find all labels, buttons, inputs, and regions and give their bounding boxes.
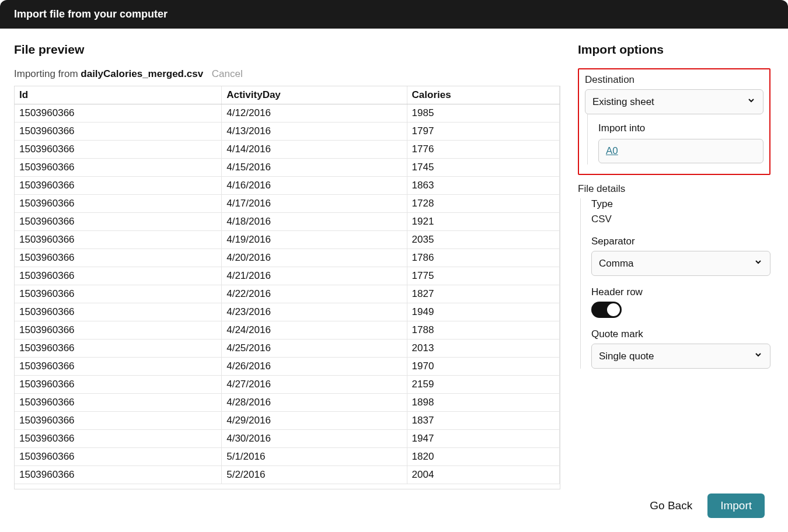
footer: Go Back Import (0, 480, 788, 532)
table-cell: 1503960366 (15, 104, 222, 123)
col-header: ActivityDay (222, 86, 407, 104)
table-row: 15039603664/13/20161797 (15, 123, 560, 141)
destination-label: Destination (585, 74, 763, 86)
importing-filename: dailyCalories_merged.csv (81, 68, 203, 79)
table-row: 15039603664/18/20161921 (15, 213, 560, 231)
table-cell: 1503960366 (15, 159, 222, 177)
table-cell: 1837 (407, 412, 559, 430)
import-into-input[interactable]: A0 (598, 139, 763, 163)
table-cell: 1820 (407, 448, 559, 466)
col-header: Id (15, 86, 222, 104)
table-cell: 1503960366 (15, 321, 222, 340)
table-cell: 1827 (407, 285, 559, 303)
table-row: 15039603664/30/20161947 (15, 430, 560, 448)
type-value: CSV (591, 214, 770, 225)
table-cell: 1503960366 (15, 213, 222, 231)
table-row: 15039603664/25/20162013 (15, 340, 560, 358)
separator-label: Separator (591, 236, 770, 247)
preview-table: Id ActivityDay Calories 15039603664/12/2… (15, 86, 560, 484)
import-options-title: Import options (578, 43, 770, 57)
import-into-label: Import into (598, 123, 763, 134)
table-cell: 1503960366 (15, 267, 222, 285)
table-row: 15039603664/12/20161985 (15, 104, 560, 123)
quote-mark-select[interactable]: Single quote (591, 344, 770, 369)
table-row: 15039603664/14/20161776 (15, 141, 560, 159)
separator-value: Comma (599, 258, 634, 270)
col-header: Calories (407, 86, 559, 104)
table-cell: 1503960366 (15, 340, 222, 358)
table-row: 15039603664/22/20161827 (15, 285, 560, 303)
table-cell: 1503960366 (15, 285, 222, 303)
table-cell: 2159 (407, 376, 559, 394)
header-row-label: Header row (591, 286, 770, 298)
table-cell: 4/13/2016 (222, 123, 407, 141)
table-cell: 4/12/2016 (222, 104, 407, 123)
table-cell: 4/29/2016 (222, 412, 407, 430)
table-row: 15039603664/21/20161775 (15, 267, 560, 285)
table-row: 15039603664/26/20161970 (15, 358, 560, 376)
table-cell: 1745 (407, 159, 559, 177)
table-cell: 4/16/2016 (222, 177, 407, 195)
quote-mark-value: Single quote (599, 351, 654, 362)
cancel-link[interactable]: Cancel (212, 68, 243, 79)
table-cell: 1898 (407, 394, 559, 412)
go-back-button[interactable]: Go Back (650, 499, 692, 512)
table-cell: 1503960366 (15, 394, 222, 412)
destination-section-highlight: Destination Existing sheet Import into A… (578, 68, 770, 175)
table-cell: 1728 (407, 195, 559, 213)
table-cell: 4/14/2016 (222, 141, 407, 159)
modal-header: Import file from your computer (0, 0, 788, 29)
table-cell: 1788 (407, 321, 559, 340)
table-cell: 4/19/2016 (222, 231, 407, 249)
table-cell: 5/1/2016 (222, 448, 407, 466)
table-cell: 1503960366 (15, 177, 222, 195)
table-cell: 1503960366 (15, 376, 222, 394)
chevron-down-icon (747, 96, 756, 108)
table-cell: 1503960366 (15, 195, 222, 213)
table-cell: 4/15/2016 (222, 159, 407, 177)
table-cell: 1503960366 (15, 141, 222, 159)
quote-mark-label: Quote mark (591, 328, 770, 340)
chevron-down-icon (754, 350, 763, 362)
table-row: 15039603664/28/20161898 (15, 394, 560, 412)
importing-from-line: Importing from dailyCalories_merged.csv … (14, 68, 560, 80)
table-cell: 4/28/2016 (222, 394, 407, 412)
type-label: Type (591, 198, 770, 210)
table-cell: 1921 (407, 213, 559, 231)
table-row: 15039603665/1/20161820 (15, 448, 560, 466)
table-row: 15039603664/20/20161786 (15, 249, 560, 267)
table-cell: 1947 (407, 430, 559, 448)
table-row: 15039603664/24/20161788 (15, 321, 560, 340)
table-cell: 2035 (407, 231, 559, 249)
header-row-toggle[interactable] (591, 302, 622, 318)
table-cell: 1949 (407, 303, 559, 321)
table-cell: 1786 (407, 249, 559, 267)
table-cell: 4/25/2016 (222, 340, 407, 358)
table-cell: 1775 (407, 267, 559, 285)
table-cell: 1797 (407, 123, 559, 141)
separator-select[interactable]: Comma (591, 251, 770, 276)
table-cell: 1985 (407, 104, 559, 123)
table-row: 15039603664/16/20161863 (15, 177, 560, 195)
table-cell: 4/27/2016 (222, 376, 407, 394)
table-cell: 4/26/2016 (222, 358, 407, 376)
table-cell: 1503960366 (15, 412, 222, 430)
import-button[interactable]: Import (707, 494, 765, 518)
importing-prefix: Importing from (14, 68, 81, 79)
table-row: 15039603664/27/20162159 (15, 376, 560, 394)
table-cell: 1503960366 (15, 358, 222, 376)
destination-value: Existing sheet (592, 96, 654, 108)
table-cell: 1776 (407, 141, 559, 159)
file-preview-title: File preview (14, 43, 560, 57)
table-cell: 4/30/2016 (222, 430, 407, 448)
table-row: 15039603664/15/20161745 (15, 159, 560, 177)
table-row: 15039603664/29/20161837 (15, 412, 560, 430)
table-cell: 1970 (407, 358, 559, 376)
table-cell: 1503960366 (15, 448, 222, 466)
destination-select[interactable]: Existing sheet (585, 89, 763, 114)
chevron-down-icon (754, 257, 763, 270)
table-row: 15039603664/23/20161949 (15, 303, 560, 321)
preview-table-container[interactable]: Id ActivityDay Calories 15039603664/12/2… (14, 86, 560, 489)
table-cell: 1503960366 (15, 123, 222, 141)
table-cell: 1503960366 (15, 430, 222, 448)
